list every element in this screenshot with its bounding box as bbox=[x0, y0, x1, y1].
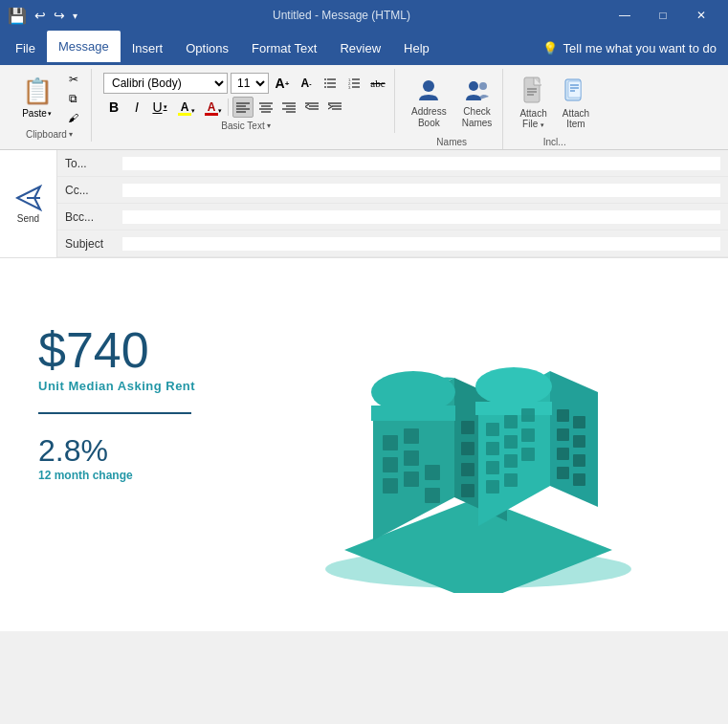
svg-point-4 bbox=[324, 82, 326, 84]
align-right-button[interactable] bbox=[278, 97, 299, 118]
underline-button[interactable]: U▾ bbox=[149, 97, 170, 118]
to-label[interactable]: To... bbox=[65, 157, 122, 170]
menu-message[interactable]: Message bbox=[47, 31, 121, 65]
bcc-label[interactable]: Bcc... bbox=[65, 210, 122, 224]
save-icon[interactable]: 💾 bbox=[8, 7, 27, 25]
svg-rect-58 bbox=[461, 463, 474, 476]
increase-indent-button[interactable] bbox=[324, 97, 345, 118]
font-color-button[interactable]: A ▾ bbox=[199, 97, 224, 118]
minimize-button[interactable]: — bbox=[606, 0, 644, 31]
bold-button[interactable]: B bbox=[103, 97, 124, 118]
menu-format-text[interactable]: Format Text bbox=[240, 31, 328, 65]
svg-rect-72 bbox=[486, 480, 499, 494]
svg-rect-80 bbox=[557, 467, 569, 479]
font-family-select[interactable]: Calibri (Body) bbox=[103, 73, 228, 94]
svg-rect-50 bbox=[383, 478, 398, 494]
bullets-button[interactable] bbox=[320, 73, 341, 94]
subject-label: Subject bbox=[65, 237, 122, 251]
window-controls: — □ ✕ bbox=[606, 0, 720, 31]
cut-button[interactable]: ✂ bbox=[62, 71, 85, 88]
svg-point-30 bbox=[423, 80, 434, 92]
copy-button[interactable]: ⧉ bbox=[62, 90, 85, 107]
svg-rect-60 bbox=[461, 484, 474, 497]
email-header: Send To... Cc... Bcc... Subject bbox=[0, 150, 728, 258]
address-book-button[interactable]: AddressBook bbox=[407, 71, 452, 134]
redo-icon[interactable]: ↪ bbox=[54, 8, 65, 23]
svg-rect-49 bbox=[404, 450, 419, 466]
svg-rect-67 bbox=[504, 435, 518, 449]
svg-text:3.: 3. bbox=[348, 85, 351, 90]
menu-review[interactable]: Review bbox=[328, 31, 392, 65]
italic-button[interactable]: I bbox=[126, 97, 147, 118]
svg-rect-56 bbox=[461, 442, 474, 455]
cc-input[interactable] bbox=[122, 184, 720, 197]
svg-rect-46 bbox=[383, 435, 398, 450]
numbering-button[interactable]: 1.2.3. bbox=[343, 73, 364, 94]
menu-file[interactable]: File bbox=[4, 31, 47, 65]
decrease-indent-button[interactable] bbox=[301, 97, 322, 118]
lightbulb-icon: 💡 bbox=[542, 41, 558, 55]
svg-rect-81 bbox=[573, 473, 585, 486]
highlight-button[interactable]: A ▾ bbox=[172, 97, 197, 118]
change-label: 12 month change bbox=[38, 469, 249, 482]
stats-left: $740 Unit Median Asking Rent 2.8% 12 mon… bbox=[0, 306, 268, 501]
rent-amount: $740 bbox=[38, 325, 249, 375]
basic-text-label: Basic Text▾ bbox=[98, 121, 394, 131]
email-fields: To... Cc... Bcc... Subject bbox=[57, 150, 728, 257]
check-names-button[interactable]: CheckNames bbox=[457, 71, 497, 134]
svg-rect-71 bbox=[521, 448, 535, 461]
send-button[interactable]: Send bbox=[0, 150, 57, 257]
menu-insert[interactable]: Insert bbox=[121, 31, 175, 65]
format-painter-button[interactable]: 🖌 bbox=[62, 109, 85, 126]
attach-item-button[interactable]: AttachItem bbox=[558, 71, 594, 134]
svg-rect-79 bbox=[573, 454, 585, 467]
svg-rect-69 bbox=[486, 461, 499, 474]
svg-rect-70 bbox=[504, 454, 518, 468]
bcc-input[interactable] bbox=[122, 210, 720, 224]
menu-help[interactable]: Help bbox=[392, 31, 441, 65]
svg-point-32 bbox=[479, 82, 487, 90]
svg-point-62 bbox=[475, 367, 552, 406]
svg-rect-38 bbox=[568, 81, 581, 98]
paste-button[interactable]: 📋 Paste▾ bbox=[14, 73, 60, 122]
cc-row: Cc... bbox=[57, 177, 728, 204]
rent-label: Unit Median Asking Rent bbox=[38, 379, 249, 393]
maximize-button[interactable]: □ bbox=[644, 0, 682, 31]
close-button[interactable]: ✕ bbox=[682, 0, 720, 31]
search-text[interactable]: Tell me what you want to do bbox=[563, 41, 717, 55]
menu-options[interactable]: Options bbox=[174, 31, 240, 65]
svg-rect-76 bbox=[557, 428, 569, 441]
undo-icon[interactable]: ↩ bbox=[34, 8, 46, 23]
svg-rect-75 bbox=[573, 416, 585, 428]
stats-card: $740 Unit Median Asking Rent 2.8% 12 mon… bbox=[0, 287, 670, 631]
subject-input[interactable] bbox=[122, 237, 720, 251]
basic-text-group: Calibri (Body) 11 A+ A- 1.2.3. abc B I bbox=[98, 69, 395, 133]
svg-rect-51 bbox=[404, 472, 419, 487]
grow-font-button[interactable]: A+ bbox=[272, 73, 293, 94]
svg-rect-54 bbox=[461, 421, 474, 434]
svg-point-5 bbox=[324, 86, 326, 88]
to-input[interactable] bbox=[122, 157, 720, 170]
bcc-row: Bcc... bbox=[57, 204, 728, 230]
change-percent: 2.8% bbox=[38, 433, 249, 469]
window-title: Untitled - Message (HTML) bbox=[77, 9, 606, 22]
include-group-label: Incl... bbox=[509, 137, 600, 147]
cc-label[interactable]: Cc... bbox=[65, 184, 122, 197]
separator bbox=[228, 99, 229, 116]
shrink-font-button[interactable]: A- bbox=[296, 73, 317, 94]
divider bbox=[38, 412, 191, 414]
svg-rect-74 bbox=[557, 409, 569, 422]
attach-file-button[interactable]: AttachFile ▾ bbox=[515, 71, 551, 134]
svg-rect-73 bbox=[504, 473, 518, 487]
names-group: AddressBook CheckNames Names bbox=[401, 69, 503, 149]
strikethrough-button[interactable]: abc bbox=[367, 73, 388, 94]
svg-rect-64 bbox=[504, 415, 518, 428]
font-size-select[interactable]: 11 bbox=[231, 73, 269, 94]
align-left-button[interactable] bbox=[232, 97, 254, 118]
svg-rect-47 bbox=[404, 428, 419, 444]
svg-rect-48 bbox=[383, 457, 398, 472]
align-center-button[interactable] bbox=[255, 97, 276, 118]
email-body[interactable]: $740 Unit Median Asking Rent 2.8% 12 mon… bbox=[0, 258, 728, 631]
title-left: 💾 ↩ ↪ ▾ bbox=[8, 7, 77, 25]
svg-rect-53 bbox=[425, 488, 440, 503]
